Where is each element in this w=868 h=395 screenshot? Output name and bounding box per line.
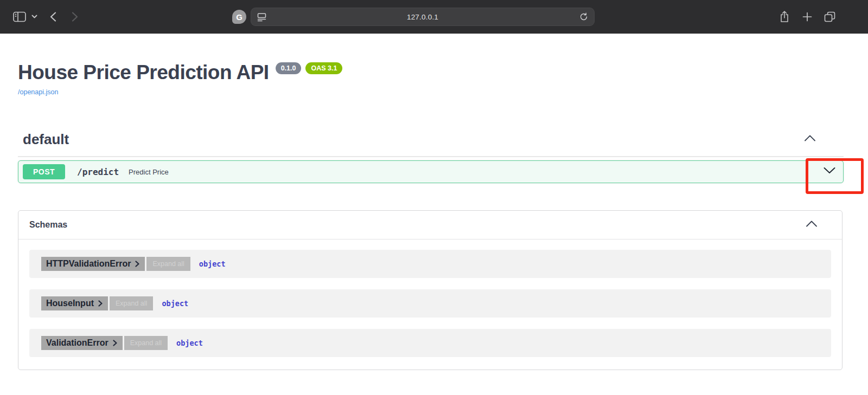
- sidebar-menu-chevron-down-icon[interactable]: [31, 15, 37, 19]
- operation-summary: Predict Price: [129, 168, 169, 176]
- schema-type: object: [199, 260, 226, 268]
- operation-path: /predict: [77, 167, 119, 177]
- expand-all-button[interactable]: Expand all: [110, 296, 153, 310]
- schema-type: object: [176, 339, 203, 347]
- expand-all-button[interactable]: Expand all: [124, 336, 168, 350]
- page-title: House Price Prediction API: [18, 61, 269, 85]
- forward-icon: [72, 12, 78, 22]
- schema-name: ValidationError: [46, 338, 108, 348]
- reload-icon[interactable]: [579, 12, 588, 23]
- browser-toolbar: G 127.0.0.1: [0, 0, 868, 34]
- tab-overview-icon[interactable]: [824, 11, 835, 22]
- share-icon[interactable]: [780, 11, 789, 23]
- opblock-post-predict[interactable]: POST /predict Predict Price: [18, 160, 844, 183]
- schemas-section: Schemas HTTPValidationError Expand all: [18, 210, 843, 370]
- chevron-right-icon: [113, 340, 117, 346]
- chevron-right-icon: [135, 261, 139, 267]
- default-collapse-chevron-up-icon[interactable]: [803, 134, 816, 144]
- opblock-expand-chevron-down-icon[interactable]: [822, 166, 837, 177]
- url-text: 127.0.0.1: [251, 13, 594, 21]
- schema-name: HouseInput: [46, 299, 94, 308]
- default-section-title: default: [23, 131, 69, 148]
- section-divider: [18, 156, 844, 157]
- address-bar[interactable]: 127.0.0.1: [251, 8, 595, 26]
- schema-row-houseinput: HouseInput Expand all object: [29, 289, 831, 318]
- schema-name-toggle[interactable]: HTTPValidationError: [41, 257, 145, 271]
- schemas-title: Schemas: [29, 220, 67, 230]
- schemas-collapse-chevron-up-icon[interactable]: [805, 220, 818, 230]
- back-icon[interactable]: [50, 12, 56, 22]
- openapi-spec-link[interactable]: /openapi.json: [18, 88, 58, 96]
- schemas-list: HTTPValidationError Expand all object Ho…: [18, 239, 842, 357]
- oas-badge: OAS 3.1: [305, 62, 342, 74]
- chevron-right-icon: [98, 300, 103, 307]
- schema-row-validationerror: ValidationError Expand all object: [29, 329, 831, 357]
- default-section: default: [18, 130, 844, 157]
- http-method-badge: POST: [23, 164, 65, 179]
- schemas-header[interactable]: Schemas: [18, 211, 842, 239]
- version-badge: 0.1.0: [276, 62, 302, 74]
- schema-name-toggle[interactable]: ValidationError: [41, 336, 123, 350]
- default-section-header[interactable]: default: [18, 130, 844, 148]
- extension-g-icon[interactable]: G: [232, 10, 246, 24]
- schema-type: object: [162, 299, 188, 308]
- new-tab-plus-icon[interactable]: [802, 12, 812, 22]
- page: G 127.0.0.1: [0, 0, 868, 395]
- schema-name: HTTPValidationError: [46, 259, 131, 269]
- api-header: House Price Prediction API 0.1.0 OAS 3.1: [18, 61, 342, 85]
- schema-row-httpvalidationerror: HTTPValidationError Expand all object: [29, 250, 831, 278]
- expand-all-button[interactable]: Expand all: [146, 257, 190, 271]
- sidebar-toggle-icon[interactable]: [13, 11, 26, 22]
- schema-name-toggle[interactable]: HouseInput: [41, 296, 108, 310]
